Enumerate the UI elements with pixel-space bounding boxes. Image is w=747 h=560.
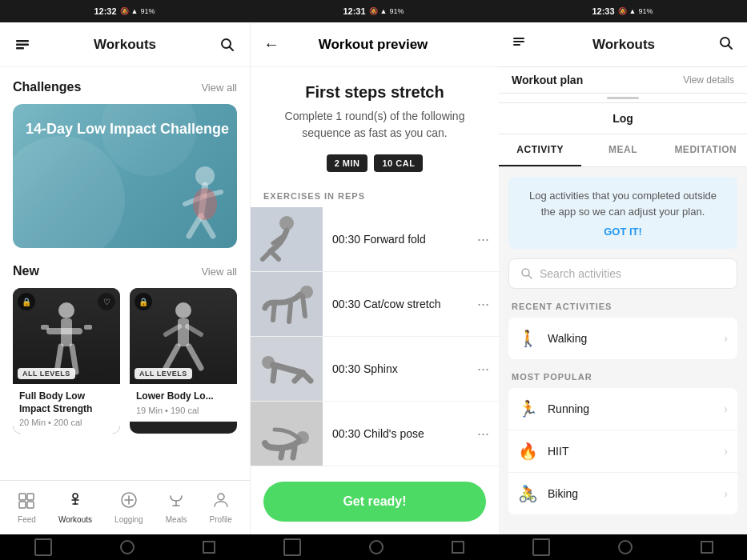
icons-1: 🔕 ▲ 91% bbox=[120, 7, 155, 15]
log-search-icon[interactable] bbox=[718, 35, 734, 54]
activity-walking[interactable]: 🚶 Walking › bbox=[508, 318, 737, 359]
biking-chevron: › bbox=[724, 487, 728, 500]
exercise-info-1: 00:30 Forward fold bbox=[323, 233, 468, 246]
exercise-item-4[interactable]: 00:30 Child's pose ··· bbox=[251, 402, 499, 466]
sys-back-2[interactable] bbox=[283, 538, 301, 556]
wifi-icon-2: ▲ bbox=[380, 7, 388, 15]
exercise-more-1[interactable]: ··· bbox=[468, 231, 499, 248]
logging-label: Logging bbox=[114, 515, 143, 524]
workout-cards: 🔒 ♡ ALL LEVELS bbox=[13, 288, 237, 434]
tab-meditation[interactable]: Meditation bbox=[665, 134, 747, 166]
preview-content: First steps stretch Complete 1 round(s) … bbox=[251, 67, 499, 469]
nav-workouts[interactable]: Workouts bbox=[52, 488, 98, 527]
back-button[interactable]: ← bbox=[263, 35, 279, 54]
svg-rect-27 bbox=[19, 502, 26, 508]
nav-logging[interactable]: Logging bbox=[108, 488, 150, 527]
running-icon: 🏃 bbox=[518, 399, 538, 418]
nav-profile[interactable]: Profile bbox=[203, 488, 239, 527]
exercise-duration-4: 00:30 bbox=[332, 427, 363, 440]
exercise-duration-3: 00:30 bbox=[332, 362, 363, 375]
workout-card-meta-1: 20 Min • 200 cal bbox=[19, 418, 114, 427]
status-section-3: 12:33 🔕 ▲ 91% bbox=[498, 6, 747, 16]
sys-home-2[interactable] bbox=[369, 540, 384, 554]
workouts-list-icon[interactable] bbox=[13, 35, 32, 54]
workouts-nav-header: Workouts bbox=[0, 22, 250, 67]
workouts-title: Workouts bbox=[94, 37, 156, 53]
workouts-content: Challenges View all 14-Day Low Impact Ch… bbox=[0, 67, 250, 480]
new-label: New bbox=[13, 264, 39, 278]
svg-rect-26 bbox=[27, 494, 34, 500]
exercise-figure-1 bbox=[251, 207, 323, 271]
sys-recent-1[interactable] bbox=[203, 541, 215, 554]
log-list-icon bbox=[512, 34, 529, 55]
icons-3: 🔕 ▲ 91% bbox=[618, 7, 653, 15]
svg-point-12 bbox=[58, 302, 74, 318]
activity-running[interactable]: 🏃 Running › bbox=[508, 388, 737, 430]
activity-biking[interactable]: 🚴 Biking › bbox=[508, 473, 737, 514]
biking-icon: 🚴 bbox=[518, 484, 538, 503]
log-content: Log activities that you completed outsid… bbox=[499, 167, 747, 534]
exercise-info-4: 00:30 Child's pose bbox=[323, 427, 468, 440]
new-view-all[interactable]: View all bbox=[201, 266, 237, 278]
svg-line-7 bbox=[189, 216, 201, 236]
preview-description: Complete 1 round(s) of the following seq… bbox=[251, 108, 499, 154]
exercise-name-1: Forward fold bbox=[363, 233, 426, 246]
hiit-chevron: › bbox=[724, 445, 728, 458]
workout-card-title-2: Lower Body Lo... bbox=[136, 390, 231, 403]
tab-activity[interactable]: Activity bbox=[499, 134, 581, 166]
exercise-name-2: Cat/cow stretch bbox=[363, 298, 440, 310]
sys-home-3[interactable] bbox=[618, 540, 633, 554]
sys-back-1[interactable] bbox=[34, 538, 52, 556]
workout-card-1[interactable]: 🔒 ♡ ALL LEVELS bbox=[13, 288, 120, 434]
exercise-item-1[interactable]: 00:30 Forward fold ··· bbox=[251, 207, 499, 272]
workouts-search-icon[interactable] bbox=[218, 35, 237, 54]
nav-meals[interactable]: Meals bbox=[159, 488, 194, 527]
svg-line-22 bbox=[189, 346, 201, 368]
icons-2: 🔕 ▲ 91% bbox=[369, 7, 404, 15]
get-ready-button[interactable]: Get ready! bbox=[263, 482, 486, 522]
sys-recent-2[interactable] bbox=[452, 541, 464, 554]
exercise-more-2[interactable]: ··· bbox=[468, 296, 499, 313]
svg-rect-1 bbox=[16, 43, 29, 46]
recent-activities-label: RECENT ACTIVITIES bbox=[508, 298, 737, 318]
challenges-view-all[interactable]: View all bbox=[201, 82, 237, 94]
walking-label: Walking bbox=[548, 332, 724, 345]
battery-2: 91% bbox=[390, 7, 404, 15]
preview-nav-header: ← Workout preview bbox=[251, 22, 499, 67]
exercise-figure-3 bbox=[251, 337, 323, 401]
wifi-icon: ▲ bbox=[131, 7, 139, 15]
nav-feed[interactable]: Feed bbox=[11, 488, 42, 527]
sys-recent-3[interactable] bbox=[701, 541, 713, 554]
view-details[interactable]: View details bbox=[683, 74, 734, 86]
status-section-2: 12:31 🔕 ▲ 91% bbox=[249, 6, 498, 16]
log-title: Workouts bbox=[592, 37, 655, 53]
workout-card-2[interactable]: 🔒 ALL LEVELS Lower Body Lo... bbox=[130, 288, 237, 434]
running-label: Running bbox=[548, 402, 724, 415]
got-it-button[interactable]: GOT IT! bbox=[521, 226, 725, 238]
badge-cal: 10 CAL bbox=[374, 154, 423, 172]
activity-hiit[interactable]: 🔥 HIIT › bbox=[508, 430, 737, 473]
svg-line-54 bbox=[293, 448, 295, 458]
svg-line-53 bbox=[281, 448, 283, 458]
search-bar[interactable]: Search activities bbox=[508, 258, 737, 289]
sys-home-1[interactable] bbox=[120, 540, 135, 554]
level-badge-1: ALL LEVELS bbox=[18, 368, 75, 379]
exercise-more-4[interactable]: ··· bbox=[468, 426, 499, 442]
popular-activities-label: MOST POPULAR bbox=[508, 369, 737, 388]
exercise-figure-4 bbox=[251, 402, 323, 466]
preview-badges: 2 MIN 10 CAL bbox=[251, 154, 499, 185]
walking-chevron: › bbox=[724, 332, 728, 345]
challenge-card[interactable]: 14-Day Low Impact Challenge bbox=[13, 104, 237, 248]
new-header: New View all bbox=[13, 264, 237, 278]
workout-card-meta-2: 19 Min • 190 cal bbox=[136, 406, 231, 415]
level-badge-2: ALL LEVELS bbox=[135, 368, 192, 379]
svg-line-47 bbox=[303, 296, 305, 316]
walking-icon: 🚶 bbox=[518, 329, 538, 348]
sys-back-3[interactable] bbox=[532, 538, 550, 556]
bottom-nav: Feed Workouts bbox=[0, 480, 250, 534]
exercise-item-3[interactable]: 00:30 Sphinx ··· bbox=[251, 337, 499, 402]
workouts-nav-icon bbox=[66, 491, 84, 513]
tab-meal[interactable]: Meal bbox=[581, 134, 664, 166]
exercise-more-3[interactable]: ··· bbox=[468, 361, 499, 378]
exercise-item-2[interactable]: 00:30 Cat/cow stretch ··· bbox=[251, 272, 499, 337]
